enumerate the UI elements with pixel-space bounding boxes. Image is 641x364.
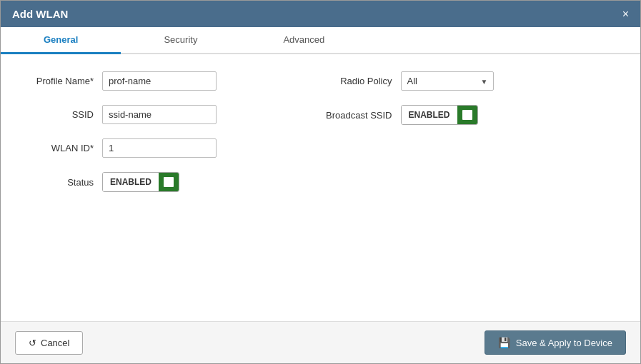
tab-general[interactable]: General [1,27,121,54]
broadcast-ssid-toggle[interactable]: ENABLED [401,105,478,125]
broadcast-ssid-row: Broadcast SSID ENABLED [321,105,620,125]
radio-policy-label: Radio Policy [321,76,392,86]
cancel-label: Cancel [41,338,69,348]
toggle-indicator [164,177,174,187]
broadcast-ssid-label: Broadcast SSID [321,110,392,121]
wlan-id-row: WLAN ID* [22,138,321,158]
form-grid: Profile Name* SSID WLAN ID* Status ENABL… [22,71,619,192]
modal-title: Add WLAN [12,8,68,20]
status-toggle-text: ENABLED [103,172,159,192]
save-button[interactable]: 💾 Save & Apply to Device [485,330,626,355]
ssid-label: SSID [22,109,94,120]
ssid-input[interactable] [102,105,217,124]
modal-body: Profile Name* SSID WLAN ID* Status ENABL… [1,54,640,321]
save-icon: 💾 [498,337,510,348]
profile-name-row: Profile Name* [22,71,321,91]
broadcast-toggle-indicator [462,110,472,120]
modal-footer: ↺ Cancel 💾 Save & Apply to Device [1,321,640,363]
tab-security[interactable]: Security [121,27,240,54]
save-label: Save & Apply to Device [516,338,612,348]
wlan-id-input[interactable] [102,138,217,158]
form-left: Profile Name* SSID WLAN ID* Status ENABL… [22,71,321,192]
radio-policy-wrapper: All 2.4 GHz 5 GHz ▼ [401,71,494,91]
tab-advanced[interactable]: Advanced [240,27,367,54]
cancel-icon: ↺ [29,338,36,348]
status-toggle-button[interactable] [159,172,179,192]
wlan-id-label: WLAN ID* [22,143,94,153]
modal-header: Add WLAN × [1,1,640,27]
add-wlan-modal: Add WLAN × General Security Advanced Pro… [0,0,641,364]
profile-name-input[interactable] [102,71,217,91]
radio-policy-row: Radio Policy All 2.4 GHz 5 GHz ▼ [321,71,620,91]
cancel-button[interactable]: ↺ Cancel [15,331,83,355]
radio-policy-select[interactable]: All 2.4 GHz 5 GHz [401,71,494,91]
broadcast-ssid-toggle-text: ENABLED [402,105,457,125]
broadcast-ssid-toggle-button[interactable] [457,105,477,125]
status-toggle[interactable]: ENABLED [102,172,179,192]
ssid-row: SSID [22,105,321,124]
modal-close-button[interactable]: × [622,9,629,20]
profile-name-label: Profile Name* [22,76,94,86]
form-right: Radio Policy All 2.4 GHz 5 GHz ▼ Broadca… [321,71,620,192]
status-row: Status ENABLED [22,172,321,192]
tab-bar: General Security Advanced [1,27,640,54]
status-label: Status [22,177,94,188]
